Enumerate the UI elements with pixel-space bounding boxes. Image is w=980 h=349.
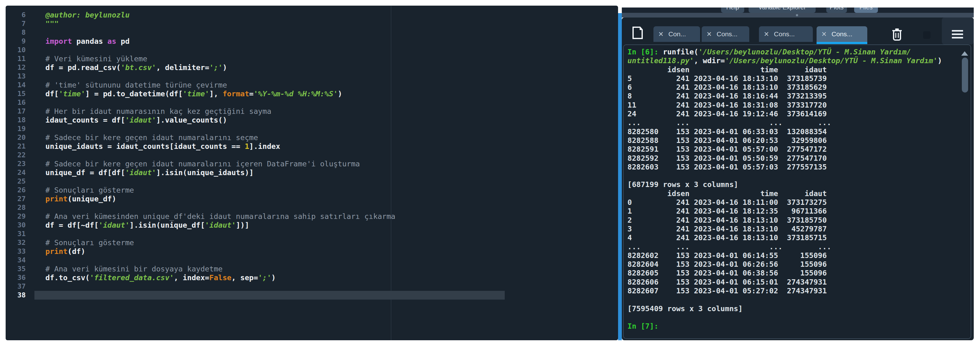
code-line (45, 291, 618, 300)
hamburger-menu-icon[interactable] (952, 37, 963, 38)
code-token-out: 6 241 2023-04-16 18:13:10 373185629 (627, 83, 827, 92)
code-token-str: ';' (210, 63, 223, 72)
console-output[interactable]: In [6]: runfile('/Users/beylunozlu/Deskt… (623, 44, 971, 339)
gutter-line-number: 18 (6, 116, 25, 124)
editor-gutter: 6789101112131415161718192021222324252627… (6, 11, 25, 300)
pane-tab-label: Plots (826, 8, 847, 11)
code-token-out: 5 241 2023-04-16 18:13:10 373185739 (627, 74, 827, 83)
code-token-out: 8282591 153 2023-04-01 05:57:00 27754717… (627, 145, 827, 154)
gutter-line-number: 37 (6, 282, 25, 291)
code-token-out: 8282602 153 2023-04-01 06:14:55 155096 (627, 251, 827, 260)
code-token-str: '%Y-%m-%d %H:%M:%S' (254, 89, 338, 98)
code-token-kw: as (107, 37, 116, 46)
scroll-up-arrow[interactable] (961, 51, 968, 56)
console-line: 8282604 153 2023-04-01 06:26:56 155096 (627, 260, 942, 269)
pane-tab-help[interactable]: Help (721, 8, 744, 13)
code-token-num: 1 (245, 142, 249, 151)
vertical-pane-splitter[interactable] (618, 13, 622, 340)
pane-tab-label: Help (721, 8, 744, 11)
code-token-out: 8282588 153 2023-04-01 06:20:53 32959806 (627, 136, 827, 145)
code-line: # Sonuçları gösterme (45, 186, 618, 195)
code-token-plain: df.to_csv( (45, 273, 89, 282)
console-tab[interactable]: ×Cons... (816, 26, 867, 42)
gutter-line-number: 24 (6, 168, 25, 177)
code-line: unique_idauts = idaut_counts[idaut_count… (45, 142, 618, 151)
trash-icon[interactable] (891, 27, 903, 42)
tab-close-icon[interactable]: × (707, 30, 712, 38)
scrollbar-thumb[interactable] (962, 57, 968, 92)
code-token-com: # Veri kümesini yükleme (45, 54, 147, 63)
code-token-plain: unique_df = df[df[ (45, 168, 125, 177)
code-token-plain: ].isin(unique_df[ (130, 221, 205, 230)
code-token-str: '/Users/beylunozlu/Desktop/YTÜ - M.Sinan… (698, 48, 911, 56)
console-tab-label: Cons... (832, 30, 853, 38)
code-token-plain: df = df[~df[ (45, 221, 99, 230)
code-token-out: 0 241 2023-04-16 18:11:00 373173275 (627, 198, 827, 207)
editor-pane[interactable]: 6789101112131415161718192021222324252627… (6, 6, 618, 340)
tab-close-icon[interactable]: × (822, 30, 827, 38)
console-tab[interactable]: ×Cons... (759, 26, 813, 42)
code-token-str: 'idaut' (99, 221, 130, 230)
pane-tab-variable-explorer[interactable]: Variable Explorer (749, 8, 816, 13)
gutter-line-number: 21 (6, 142, 25, 151)
console-line: 0 241 2023-04-16 18:11:00 373173275 (627, 198, 942, 207)
new-console-icon[interactable] (632, 26, 643, 40)
code-line: # Sadece bir kere geçen idaut numaraları… (45, 133, 618, 142)
console-tab[interactable]: ×Con... (654, 26, 700, 42)
gutter-line-number: 38 (6, 291, 25, 300)
code-line: # Her bir idaut numarasının kaç kez geçt… (45, 107, 618, 116)
code-token-bi: format (223, 89, 249, 98)
console-line: 8282607 153 2023-04-01 05:27:02 27434793… (627, 286, 942, 295)
code-line: idaut_counts = df['idaut'].value_counts(… (45, 116, 618, 124)
splitter-handle-dot (796, 14, 798, 16)
gutter-line-number: 8 (6, 28, 25, 37)
console-line: 1 241 2023-04-16 18:12:35 96711366 (627, 207, 942, 216)
console-tab-label: Con... (668, 30, 686, 38)
tab-close-icon[interactable]: × (764, 30, 769, 38)
console-line: 8282602 153 2023-04-01 06:14:55 155096 (627, 251, 942, 260)
code-token-com: # Ana veri kümesinden unique_df'deki ida… (45, 212, 395, 221)
code-token-str: '/Users/beylunozlu/Desktop/YTÜ - M.Sinan… (725, 56, 937, 65)
code-token-out: 8282606 153 2023-04-01 06:15:01 27434793… (627, 278, 827, 286)
code-token-out: ... ... ... ... (627, 118, 831, 127)
code-token-out: idsen time idaut (627, 189, 827, 198)
code-token-out: [7595409 rows x 3 columns] (627, 304, 743, 313)
gutter-line-number: 16 (6, 98, 25, 107)
code-token-out: 2 241 2023-04-16 18:13:10 373185750 (627, 216, 827, 225)
code-token-out: 8282592 153 2023-04-01 05:50:59 27754717… (627, 154, 827, 163)
code-token-com: # Sadece bir kere geçen idaut numaraları… (45, 133, 258, 142)
gutter-line-number: 29 (6, 212, 25, 221)
pane-tab-label: Files (854, 8, 878, 11)
console-line: [7595409 rows x 3 columns] (627, 304, 942, 313)
console-output-text: In [6]: runfile('/Users/beylunozlu/Deskt… (627, 48, 942, 331)
code-token-plain: , delimiter= (156, 63, 210, 72)
code-token-plain: ) (272, 273, 276, 282)
gutter-line-number: 12 (6, 63, 25, 72)
pane-tab-plots[interactable]: Plots (826, 8, 847, 13)
hamburger-menu-icon[interactable] (952, 33, 963, 35)
code-token-plain: ] = pd.to_datetime(df[ (85, 89, 183, 98)
console-line: 2 241 2023-04-16 18:13:10 373185750 (627, 216, 942, 225)
code-token-plain: ].index (249, 142, 280, 151)
code-token-out: 4 241 2023-04-16 18:13:10 373185715 (627, 233, 827, 242)
code-line (45, 256, 618, 265)
gutter-line-number: 7 (6, 19, 25, 28)
code-token-plain: df[ (45, 89, 59, 98)
code-line: # Ana veri kümesinden unique_df'deki ida… (45, 212, 618, 221)
spyder-window: 6789101112131415161718192021222324252627… (0, 0, 980, 349)
inactive-icon (923, 31, 931, 39)
console-tab[interactable]: ×Cons... (702, 26, 749, 42)
gutter-line-number: 33 (6, 247, 25, 256)
code-line (45, 46, 618, 54)
gutter-line-number: 6 (6, 11, 25, 19)
code-token-plain: pd (116, 37, 129, 46)
pane-tab-files[interactable]: Files (854, 8, 878, 13)
gutter-line-number: 22 (6, 151, 25, 160)
code-token-str: 'time' (59, 89, 85, 98)
editor-code-area[interactable]: @author: beylunozlu"""import pandas as p… (45, 11, 618, 300)
console-line: ... ... ... ... (627, 118, 942, 127)
console-tab-label: Cons... (717, 30, 738, 38)
hamburger-menu-icon[interactable] (952, 30, 963, 32)
code-token-out: [687199 rows x 3 columns] (627, 180, 738, 189)
tab-close-icon[interactable]: × (659, 30, 663, 38)
